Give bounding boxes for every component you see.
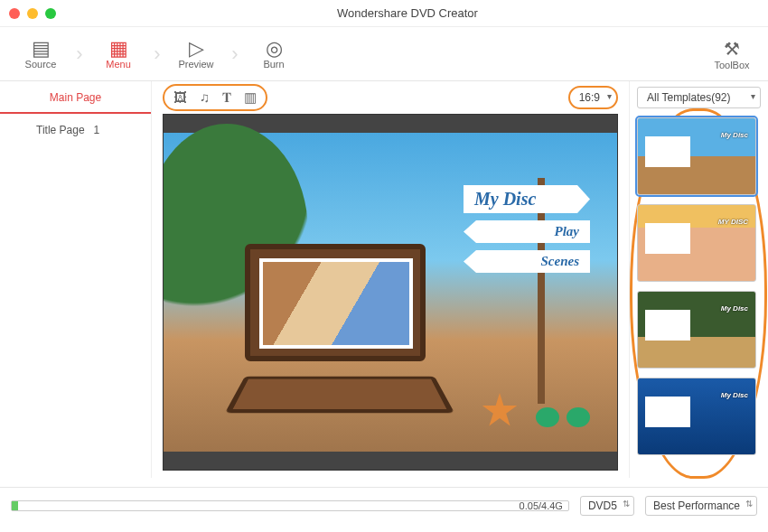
chevron-right-icon: ›: [228, 32, 242, 77]
template-item[interactable]: My Disc: [637, 378, 756, 455]
disc-usage-fill: [12, 501, 18, 510]
step-label: Preview: [178, 59, 213, 70]
source-icon: ▤: [32, 39, 51, 59]
title-page-number: 1: [94, 124, 100, 136]
step-preview[interactable]: ▷ Preview: [164, 32, 228, 77]
step-burn[interactable]: ◎ Burn: [242, 32, 305, 77]
template-item[interactable]: My Disc: [637, 117, 756, 195]
disc-type-select[interactable]: DVD5: [580, 496, 634, 516]
background-image-icon[interactable]: 🖼: [173, 89, 187, 106]
disc-usage-bar: 0.05/4.4G: [11, 500, 569, 511]
left-sidebar: Main Page Title Page 1: [0, 81, 152, 478]
sidebar-item-title-page[interactable]: Title Page 1: [0, 114, 151, 146]
menu-options-bar: 🖼 ♫ 𝐓 ▥ 16:9: [152, 81, 629, 114]
starfish-graphic: [482, 393, 518, 429]
chevron-right-icon: ›: [72, 32, 87, 77]
aspect-ratio-value: 16:9: [568, 86, 618, 109]
window-controls: [9, 8, 56, 19]
scenes-button[interactable]: Scenes: [464, 250, 590, 273]
bottom-bar: 0.05/4.4G DVD5 Best Performance: [0, 487, 768, 523]
quality-select[interactable]: Best Performance: [645, 496, 757, 516]
zoom-icon[interactable]: [45, 8, 56, 19]
template-item[interactable]: My Disc: [637, 291, 756, 369]
menu-icon: ▦: [109, 39, 128, 59]
chevron-right-icon: ›: [150, 32, 164, 77]
templates-panel: All Templates(92) My Disc MY DISC My Dis…: [629, 81, 768, 478]
minimize-icon[interactable]: [27, 8, 38, 19]
templates-filter-select[interactable]: All Templates(92): [637, 87, 761, 108]
app-title: Wondershare DVD Creator: [56, 6, 759, 20]
video-thumbnail[interactable]: [259, 258, 413, 349]
step-source[interactable]: ▤ Source: [9, 32, 72, 77]
step-label: Source: [25, 59, 57, 70]
titlebar: Wondershare DVD Creator: [0, 0, 768, 27]
tab-main-page[interactable]: Main Page: [0, 81, 151, 114]
step-label: Burn: [263, 59, 284, 70]
menu-scene: My Disc Play Scenes: [164, 133, 617, 452]
text-icon[interactable]: 𝐓: [222, 89, 231, 106]
step-menu[interactable]: ▦ Menu: [87, 32, 150, 77]
preview-icon: ▷: [189, 39, 204, 59]
burn-icon: ◎: [266, 39, 283, 59]
suitcase-graphic: [245, 244, 453, 425]
music-icon[interactable]: ♫: [200, 89, 210, 106]
disc-title[interactable]: My Disc: [464, 185, 590, 213]
step-bar: ▤ Source › ▦ Menu › ▷ Preview › ◎ Burn ⚒…: [0, 27, 768, 81]
title-page-label: Title Page: [36, 124, 85, 136]
close-icon[interactable]: [9, 8, 20, 19]
center-panel: 🖼 ♫ 𝐓 ▥ 16:9 My Disc Play Scenes: [152, 81, 629, 478]
play-button[interactable]: Play: [464, 220, 590, 243]
chapters-icon[interactable]: ▥: [244, 89, 257, 106]
toolbox-button[interactable]: ⚒ ToolBox: [705, 38, 759, 70]
template-list: My Disc MY DISC My Disc My Disc: [637, 117, 761, 455]
template-item[interactable]: MY DISC: [637, 204, 756, 282]
toolbox-icon: ⚒: [724, 38, 740, 60]
disc-usage-label: 0.05/4.4G: [520, 500, 563, 511]
menu-preview[interactable]: My Disc Play Scenes: [163, 114, 618, 471]
menu-signs: My Disc Play Scenes: [464, 178, 590, 280]
menu-option-group: 🖼 ♫ 𝐓 ▥: [163, 84, 267, 111]
sunglasses-graphic: [536, 407, 590, 429]
step-label: Menu: [106, 59, 131, 70]
aspect-ratio-select[interactable]: 16:9: [568, 86, 618, 109]
toolbox-label: ToolBox: [714, 60, 749, 70]
